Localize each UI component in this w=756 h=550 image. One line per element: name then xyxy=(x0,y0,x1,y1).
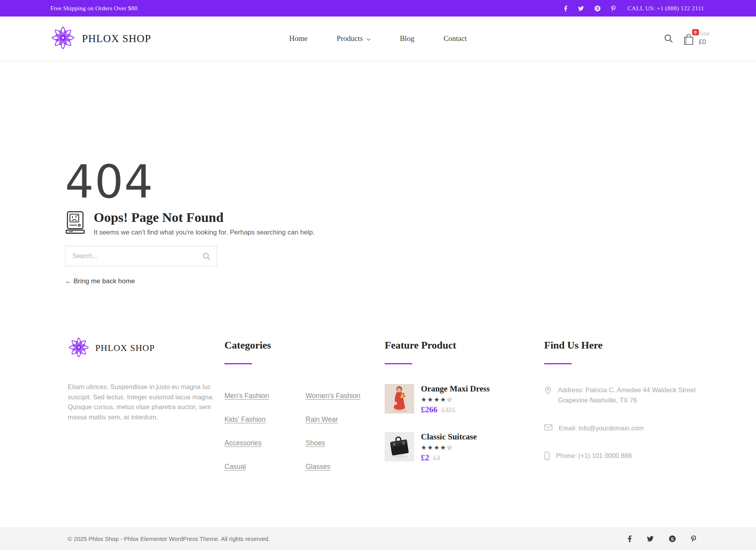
footer-about-text: Etiam ultrices. Suspendisse in justo eu … xyxy=(68,382,215,422)
category-link-casual[interactable]: Casual xyxy=(224,463,306,471)
footer-widgets: PHLOX SHOP Etiam ultrices. Suspendisse i… xyxy=(0,336,756,471)
chevron-down-icon xyxy=(366,34,371,43)
footer-categories-column: Categories Men's Fashion Women's Fashion… xyxy=(224,336,385,471)
dress-product-image[interactable] xyxy=(385,384,414,413)
bottom-bar: © 2025 Phlox Shop - Phlox Elementor Word… xyxy=(0,527,756,550)
contact-rows: Address: Patricia C. Amedee 44 Waldeck S… xyxy=(544,385,701,461)
category-link-kids-fashion[interactable]: Kids' Fashion xyxy=(224,415,306,424)
product-rating-stars: ★★★★☆ xyxy=(421,444,477,451)
bring-me-back-home-link[interactable]: ← Bring me back home xyxy=(65,277,135,285)
nav-item-blog[interactable]: Blog xyxy=(400,34,414,43)
feature-product-heading: Feature Product xyxy=(385,336,544,364)
site-logo[interactable]: PHLOX SHOP xyxy=(50,25,151,52)
phone-text[interactable]: Phone: (+1) 101 0000 888 xyxy=(556,450,632,461)
cart-total-label: Total xyxy=(699,31,710,37)
search-submit-icon[interactable] xyxy=(202,252,211,260)
product-orange-maxi-dress: Orange Maxi Dress ★★★★☆ £266 £321 xyxy=(385,384,544,415)
category-link-womens-fashion[interactable]: Women's Fashion xyxy=(306,392,385,400)
facebook-icon[interactable] xyxy=(564,6,567,11)
copyright-text: © 2025 Phlox Shop - Phlox Elementor Word… xyxy=(68,535,270,542)
footer-brand-name: PHLOX SHOP xyxy=(95,343,155,353)
brand-name: PHLOX SHOP xyxy=(82,33,151,45)
twitter-icon[interactable] xyxy=(578,6,584,11)
nav-item-contact[interactable]: Contact xyxy=(443,34,467,43)
twitter-icon[interactable] xyxy=(647,535,654,542)
envelope-icon xyxy=(544,424,552,430)
main-nav: Home Products Blog Contact xyxy=(289,34,467,43)
phlox-flower-logo-icon xyxy=(50,25,76,52)
site-header: PHLOX SHOP Home Products Blog Contact 0 xyxy=(0,17,756,61)
email-row: Email: info@yourdomain.com xyxy=(544,423,701,433)
top-bar: Free Shipping on Orders Over $80 S CALL … xyxy=(0,0,756,17)
svg-text:S: S xyxy=(671,536,674,541)
category-link-mens-fashion[interactable]: Men's Fashion xyxy=(224,392,306,400)
category-link-shoes[interactable]: Shoes xyxy=(306,439,385,447)
cart-count-badge: 0 xyxy=(692,29,699,35)
product-prices: £2 £3 xyxy=(421,453,477,463)
oops-text: Oops! Page Not Found It seems we can't f… xyxy=(94,210,315,236)
pinterest-icon[interactable] xyxy=(691,535,696,542)
email-text[interactable]: Email: info@yourdomain.com xyxy=(559,423,644,433)
product-old-price: £3 xyxy=(433,455,440,462)
topbar-right: S CALL US: +1 (888) 122 2111 xyxy=(564,5,704,12)
search-icon[interactable] xyxy=(664,34,673,43)
address-row: Address: Patricia C. Amedee 44 Waldeck S… xyxy=(544,385,701,406)
search-input[interactable] xyxy=(72,253,202,260)
skype-icon[interactable]: S xyxy=(669,535,676,542)
product-info: Orange Maxi Dress ★★★★☆ £266 £321 xyxy=(421,384,490,415)
category-link-accessories[interactable]: Accessories xyxy=(224,439,306,447)
category-link-rain-wear[interactable]: Rain Wear xyxy=(306,415,385,424)
page-not-found-title: Oops! Page Not Found xyxy=(94,210,315,225)
product-price: £266 xyxy=(421,405,437,415)
product-prices: £266 £321 xyxy=(421,405,490,415)
shipping-message: Free Shipping on Orders Over $80 xyxy=(50,5,137,12)
phone-icon xyxy=(544,452,550,460)
pinterest-icon[interactable] xyxy=(611,6,615,11)
product-price: £2 xyxy=(421,453,429,463)
cart-button[interactable]: 0 Total £0 xyxy=(683,30,710,47)
address-text: Address: Patricia C. Amedee 44 Waldeck S… xyxy=(558,385,696,406)
page-not-found-subtitle: It seems we can't find what you're looki… xyxy=(94,229,315,236)
product-name[interactable]: Orange Maxi Dress xyxy=(421,384,490,394)
feature-products: Orange Maxi Dress ★★★★☆ £266 £321 xyxy=(385,384,544,463)
svg-text:S: S xyxy=(596,6,599,11)
product-rating-stars: ★★★★☆ xyxy=(421,396,490,403)
footer-about-column: PHLOX SHOP Etiam ultrices. Suspendisse i… xyxy=(68,336,224,471)
product-classic-suitcase: Classic Suitcase ★★★★☆ £2 £3 xyxy=(385,432,544,463)
footer-social-links: S xyxy=(628,535,696,542)
topbar-social-links: S xyxy=(564,6,616,11)
header-right: 0 Total £0 xyxy=(664,30,710,47)
skype-icon[interactable]: S xyxy=(595,6,600,11)
error-404-section: 404 Oops! Page Not Found It seems we can… xyxy=(0,61,756,285)
facebook-icon[interactable] xyxy=(628,535,632,542)
product-old-price: £321 xyxy=(441,407,456,414)
product-name[interactable]: Classic Suitcase xyxy=(421,432,477,442)
call-us-text: CALL US: +1 (888) 122 2111 xyxy=(628,5,704,12)
footer-feature-column: Feature Product xyxy=(385,336,544,471)
oops-row: Oops! Page Not Found It seems we can't f… xyxy=(65,210,756,236)
suitcase-product-image[interactable] xyxy=(385,432,414,461)
categories-links: Men's Fashion Women's Fashion Kids' Fash… xyxy=(224,392,385,471)
cart-total: Total £0 xyxy=(699,30,710,46)
nav-item-products[interactable]: Products xyxy=(337,34,371,43)
phlox-flower-logo-icon xyxy=(68,336,90,360)
search-box xyxy=(65,246,217,266)
category-link-glasses[interactable]: Glasses xyxy=(306,463,385,471)
error-code: 404 xyxy=(65,159,756,205)
shopping-bag-icon: 0 xyxy=(683,33,695,47)
sad-mac-icon xyxy=(65,211,85,236)
location-pin-icon xyxy=(544,386,552,395)
product-info: Classic Suitcase ★★★★☆ £2 £3 xyxy=(421,432,477,463)
footer-logo[interactable]: PHLOX SHOP xyxy=(68,336,224,360)
nav-item-home[interactable]: Home xyxy=(289,34,308,43)
find-us-here-heading: Find Us Here xyxy=(544,336,701,364)
phone-row: Phone: (+1) 101 0000 888 xyxy=(544,450,701,461)
footer-contact-column: Find Us Here Address: Patricia C. Amedee… xyxy=(544,336,701,471)
cart-total-value: £0 xyxy=(699,38,710,46)
categories-heading: Categories xyxy=(224,336,385,364)
